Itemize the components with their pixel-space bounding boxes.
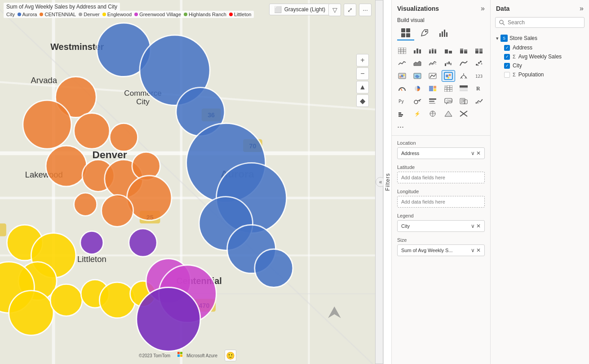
viz-icon-area[interactable]: [411, 58, 424, 69]
legend-item-denver: Denver: [79, 12, 100, 17]
sigma-icon-pop: Σ: [513, 72, 516, 77]
svg-point-33: [23, 100, 71, 149]
viz-icon-r[interactable]: R: [472, 83, 486, 94]
filters-label[interactable]: Filters: [384, 170, 392, 194]
viz-icon-pie[interactable]: [411, 83, 424, 94]
svg-rect-143: [429, 103, 435, 104]
viz-icon-paginated[interactable]: [457, 95, 470, 107]
viz-icon-custom[interactable]: [457, 108, 470, 120]
data-search-box: [495, 17, 585, 28]
svg-point-114: [403, 74, 405, 76]
viz-icon-column[interactable]: [442, 45, 455, 57]
longitude-slot[interactable]: Add data fields here: [397, 196, 485, 208]
population-checkbox[interactable]: [504, 72, 510, 78]
viz-icon-waterfall[interactable]: [442, 58, 455, 69]
viz-icon-decomp[interactable]: [457, 70, 470, 82]
viz-more-button[interactable]: ···: [392, 121, 490, 133]
tree-table-store-sales[interactable]: ▾ S Store Sales: [494, 33, 585, 43]
viz-icon-table[interactable]: [395, 45, 409, 57]
legend-item-aurora: Aurora: [18, 12, 37, 17]
viz-panel-title: Visualizations: [397, 5, 439, 12]
viz-icon-bar[interactable]: [411, 45, 424, 57]
viz-icon-py[interactable]: Py: [395, 95, 409, 107]
viz-icon-anomaly[interactable]: ⚡: [411, 108, 424, 120]
viz-icon-ribbon[interactable]: [457, 58, 470, 69]
map-style-icon: ⬜: [274, 6, 282, 13]
svg-rect-83: [416, 49, 418, 53]
location-remove-icon[interactable]: ✕: [476, 150, 481, 156]
viz-icon-esri[interactable]: [426, 108, 439, 120]
svg-rect-71: [406, 33, 410, 37]
legend-remove-icon[interactable]: ✕: [476, 223, 481, 229]
map-style-button[interactable]: ⬜ Grayscale (Light): [269, 4, 330, 15]
viz-icon-shape-map[interactable]: [426, 70, 439, 82]
svg-rect-64: [177, 352, 180, 354]
svg-rect-96: [464, 49, 467, 51]
data-panel-expand-button[interactable]: »: [580, 4, 584, 13]
viz-icon-scatter[interactable]: [472, 58, 486, 69]
table-icon: S: [500, 35, 508, 42]
svg-rect-155: [399, 116, 402, 117]
smiley-button[interactable]: 🙂: [225, 350, 236, 361]
viz-icon-line2[interactable]: [426, 58, 439, 69]
viz-icon-kpi[interactable]: KPI: [472, 95, 486, 107]
svg-point-72: [425, 31, 427, 32]
viz-panel-expand-button[interactable]: »: [481, 4, 485, 13]
svg-rect-142: [429, 101, 434, 102]
field-avg-weekly-sales[interactable]: ✓ Σ Avg Weekly Sales: [494, 52, 585, 61]
size-slot[interactable]: Sum of Avg Weekly S... ∨ ✕: [397, 244, 485, 256]
latitude-slot[interactable]: Add data fields here: [397, 172, 485, 183]
avg-weekly-sales-checkbox[interactable]: ✓: [504, 54, 510, 60]
viz-icon-table2[interactable]: [457, 83, 470, 94]
viz-icon-treemap[interactable]: [426, 83, 439, 94]
viz-tab-build[interactable]: [397, 26, 414, 40]
viz-icon-matrix[interactable]: [442, 83, 455, 94]
location-slot[interactable]: Address ∨ ✕: [397, 147, 485, 159]
svg-rect-90: [434, 49, 436, 50]
viz-tab-format[interactable]: [416, 26, 433, 40]
viz-icon-stacked-bar[interactable]: [426, 45, 439, 57]
avg-weekly-sales-label: Avg Weekly Sales: [518, 53, 562, 60]
size-slot-icons: ∨ ✕: [471, 247, 481, 253]
zoom-out-button[interactable]: −: [356, 67, 369, 80]
viz-icon-bar2[interactable]: [395, 108, 409, 120]
size-remove-icon[interactable]: ✕: [476, 247, 481, 253]
viz-icon-100pct[interactable]: [472, 45, 486, 57]
city-checkbox[interactable]: ✓: [504, 63, 510, 69]
viz-icon-line[interactable]: [395, 58, 409, 69]
visualizations-panel: Visualizations » Build visual: [391, 0, 490, 364]
svg-point-119: [448, 74, 451, 76]
viz-icon-number[interactable]: 123: [472, 70, 486, 82]
sigma-icon-avg: Σ: [513, 54, 516, 59]
filter-button[interactable]: ▽: [328, 4, 341, 16]
viz-icon-shape[interactable]: [442, 108, 455, 120]
svg-rect-124: [429, 86, 433, 91]
search-input[interactable]: [508, 19, 580, 26]
viz-icon-gauge[interactable]: [395, 83, 409, 94]
svg-rect-95: [464, 51, 467, 53]
svg-point-35: [110, 123, 138, 151]
field-city[interactable]: ✓ City: [494, 61, 585, 70]
expand-button[interactable]: ⤢: [344, 4, 356, 16]
viz-tab-analytics[interactable]: [435, 26, 452, 40]
zoom-in-button[interactable]: +: [356, 54, 369, 67]
address-checkbox[interactable]: ✓: [504, 45, 510, 51]
viz-icon-qa[interactable]: Q&A: [442, 95, 455, 107]
field-address[interactable]: ✓ Address: [494, 43, 585, 52]
viz-icon-smart-narrative[interactable]: [426, 95, 439, 107]
location-expand-icon: ∨: [471, 150, 475, 156]
legend-slot[interactable]: City ∨ ✕: [397, 220, 485, 232]
longitude-placeholder: Add data fields here: [401, 199, 481, 204]
viz-icon-stacked-col[interactable]: [457, 45, 470, 57]
field-population[interactable]: Σ Population: [494, 70, 585, 79]
viz-icon-filled-map[interactable]: [411, 70, 424, 82]
locate-button[interactable]: ◆: [356, 94, 369, 107]
viz-icon-map[interactable]: [395, 70, 409, 82]
svg-point-138: [414, 100, 418, 104]
more-button[interactable]: ···: [359, 4, 372, 16]
svg-rect-88: [432, 49, 434, 50]
legend-item-littleton: Littleton: [229, 12, 252, 17]
viz-icon-azure-map[interactable]: [442, 70, 455, 82]
viz-icon-key-influencer[interactable]: [411, 95, 424, 107]
compass-button[interactable]: ▲: [356, 81, 369, 93]
